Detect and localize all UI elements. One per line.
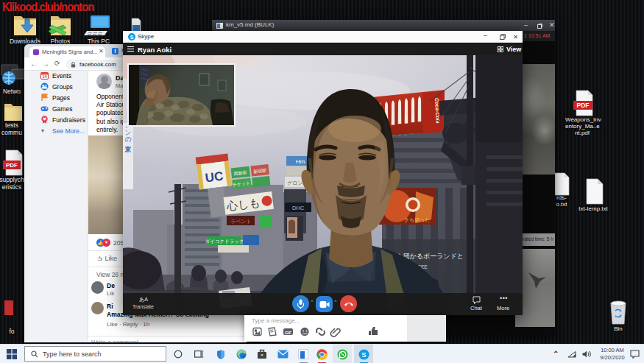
- svg-text:Hm: Hm: [296, 158, 305, 165]
- svg-text:DHC: DHC: [292, 205, 305, 211]
- svg-text:UC: UC: [205, 169, 224, 186]
- svg-text:PDF: PDF: [577, 102, 590, 109]
- svg-text:ラベント: ラベント: [230, 219, 252, 224]
- svg-text:S: S: [130, 35, 134, 40]
- svg-text:PDF: PDF: [6, 162, 18, 169]
- svg-text:GIF: GIF: [285, 331, 292, 335]
- svg-text:14: 14: [42, 74, 46, 79]
- svg-text:ダイコクドラッグ: ダイコクドラッグ: [205, 239, 244, 244]
- svg-text:S: S: [361, 350, 366, 359]
- svg-text:クら切った: クら切った: [404, 217, 431, 223]
